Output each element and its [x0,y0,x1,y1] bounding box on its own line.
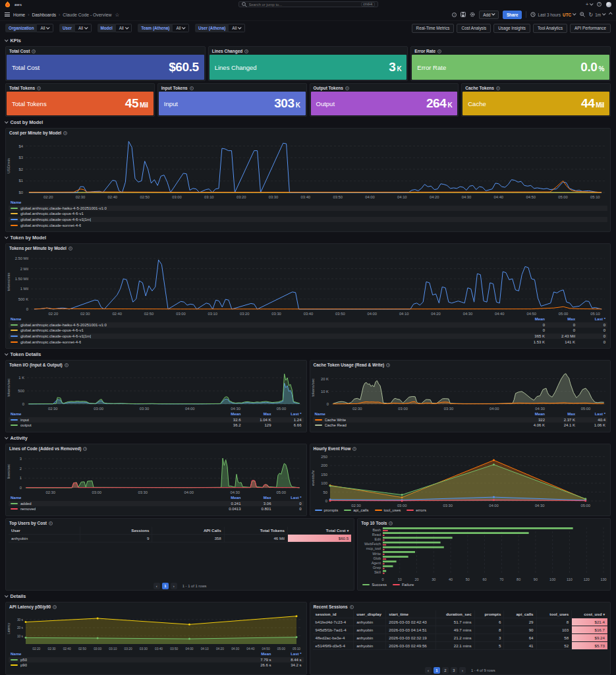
column-header[interactable]: cost_usd▾ [572,610,607,618]
filter-user[interactable]: UserAll [59,24,92,32]
panel-info-icon[interactable]: i [389,521,393,525]
help-icon[interactable]: ? [597,2,602,7]
legend-column-header[interactable]: Last * [575,317,605,321]
column-header[interactable]: prompts [475,610,505,618]
legend-item[interactable]: api_calls [344,508,368,512]
legend-column-header[interactable]: Mean [515,317,545,321]
panel-info-icon[interactable]: i [345,86,349,90]
legend-column-header[interactable]: Mean [211,496,241,500]
gear-icon[interactable] [470,12,475,17]
pager-page-button[interactable]: 2 [442,667,449,674]
column-header[interactable]: API Calls [152,527,224,534]
legend-column-header[interactable]: Last * [271,652,302,656]
panel-info-icon[interactable]: i [244,49,248,53]
column-header[interactable]: user_display [354,610,386,618]
legend-column-header[interactable]: Last * [575,412,605,416]
panel-info-icon[interactable]: i [53,605,57,609]
zoom-out-icon[interactable] [580,12,585,17]
filter-value-dropdown[interactable]: All [229,24,245,32]
panel-info-icon[interactable]: i [83,447,87,451]
filter-value-dropdown[interactable]: All [116,24,132,32]
legend-item[interactable]: global.anthropic.claude-opus-4-6-v1000 [9,328,607,334]
search-box[interactable]: cmd+k [238,1,378,7]
filter-value-dropdown[interactable]: All [75,24,92,32]
column-header[interactable]: tool_uses [537,610,573,618]
legend-item[interactable]: prompts [315,508,339,512]
legend-item[interactable]: input32.61.04 K1.24 [9,417,304,423]
filter-team-athena-[interactable]: Team (Athena)All [138,24,189,32]
legend-item[interactable]: global.anthropic.claude-opus-4-6-v1[1m] [9,217,607,223]
collapse-chrome-icon[interactable] [609,13,612,16]
legend-item[interactable]: Cache Read4.06 K24.1 K1.06 K [313,423,608,428]
quick-link-api-performance[interactable]: API Performance [570,24,611,33]
column-header[interactable]: Total Cost▾ [288,527,351,534]
column-header[interactable]: api_calls [504,610,536,618]
filter-value-dropdown[interactable]: All [37,24,53,32]
avatar[interactable] [606,2,611,7]
legend-column-header[interactable]: Mean [515,412,545,416]
section-kpis[interactable]: KPIs [5,37,611,44]
save-icon[interactable] [461,12,466,17]
panel-info-icon[interactable]: i [352,447,356,451]
breadcrumb-item[interactable]: Home [13,13,25,17]
section-token-by-model[interactable]: Token by Model [5,234,611,241]
panel-info-icon[interactable]: i [69,247,72,250]
panel-info-icon[interactable]: i [32,49,36,53]
panel-info-icon[interactable]: i [65,363,69,367]
legend-item[interactable]: global.anthropic.claude-sonnet-4-61.53 K… [9,339,607,345]
quick-link-real-time-metrics[interactable]: Real-Time Metrics [412,24,455,33]
legend-column-header[interactable]: Max [545,412,575,416]
legend-item[interactable]: Failure [393,583,414,587]
panel-info-icon[interactable]: i [37,86,41,90]
filter-value-dropdown[interactable]: All [173,24,189,32]
legend-column-header[interactable]: Max [241,412,271,416]
column-header[interactable]: session_id [313,610,354,618]
pager-page-button[interactable]: 3 [451,667,457,674]
legend-item[interactable]: Success [362,583,387,587]
legend-item[interactable]: global.anthropic.claude-haiku-4-5-202510… [9,322,607,328]
share-button[interactable]: Share [503,11,522,19]
breadcrumb-item[interactable]: Dashboards [32,13,56,17]
pager-page-button[interactable]: 1 [434,667,440,674]
legend-column-header[interactable]: Mean [241,652,271,656]
pager-next-button[interactable]: › [171,583,177,589]
column-header[interactable]: User [9,527,80,534]
legend-item[interactable]: global.anthropic.claude-opus-4-6-v1 [9,211,607,217]
column-header[interactable]: start_time [386,610,436,618]
legend-column-header[interactable]: Max [545,317,575,321]
legend-item[interactable]: removed0.04130.8010 [9,506,304,512]
legend-column-header[interactable]: Last * [271,496,302,500]
panel-info-icon[interactable]: i [496,86,500,90]
legend-item[interactable]: global.anthropic.claude-sonnet-4-6 [9,222,607,228]
legend-column-header[interactable]: Max [241,496,271,500]
section-cost-by-model[interactable]: Cost by Model [5,119,611,126]
legend-column-header[interactable]: Last * [271,412,302,416]
menu-icon[interactable] [5,13,10,16]
time-range-picker[interactable]: Last 3 hoursUTC [530,12,575,17]
section-details[interactable]: Details [5,593,611,600]
column-header[interactable]: Total Tokens [225,527,288,534]
legend-item[interactable]: global.anthropic.claude-opus-4-6-v1[1m]3… [9,334,607,339]
section-activity[interactable]: Activity [5,434,611,442]
add-button[interactable]: Add [479,11,499,19]
legend-item[interactable]: tool_uses [375,508,401,512]
pager-prev-button[interactable]: ‹ [154,583,160,589]
legend-item[interactable]: added0.2413.060 [9,501,304,507]
legend-item[interactable]: p9026.6 s34.2 s [9,662,304,668]
column-header[interactable]: duration_sec [436,610,474,618]
refresh-picker[interactable]: ↻ 1m [589,12,605,18]
panel-info-icon[interactable]: i [49,521,53,525]
add-quick-button[interactable]: + [586,2,592,7]
panel-info-icon[interactable]: i [63,131,67,135]
quick-link-cost-analysis[interactable]: Cost Analysis [457,24,491,33]
quick-link-tool-analytics[interactable]: Tool Analytics [533,24,567,33]
search-input[interactable] [249,3,360,7]
legend-item[interactable]: global.anthropic.claude-haiku-4-5-202510… [9,206,607,212]
filter-organization[interactable]: OrganizationAll [5,24,53,32]
quick-link-usage-insights[interactable]: Usage Insights [493,24,530,33]
panel-info-icon[interactable]: i [350,605,354,609]
panel-info-icon[interactable]: i [386,363,390,367]
column-header[interactable]: Sessions [80,527,152,534]
grafana-logo-icon[interactable] [5,1,11,7]
info-icon[interactable]: i [452,13,457,17]
